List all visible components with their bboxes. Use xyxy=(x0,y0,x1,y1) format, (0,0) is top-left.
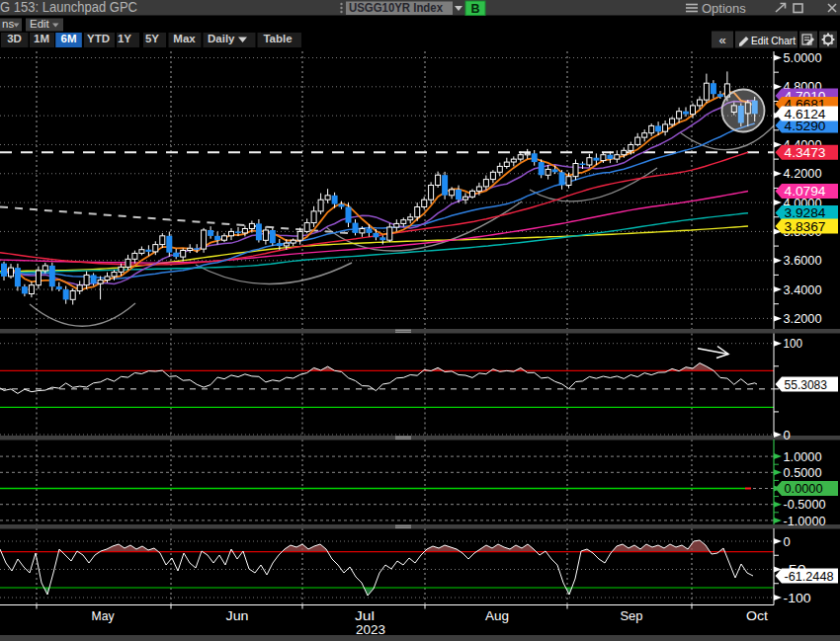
svg-text:«: « xyxy=(718,33,725,47)
svg-text:3.2000: 3.2000 xyxy=(784,311,822,326)
svg-text:Max: Max xyxy=(173,33,196,44)
svg-text:May: May xyxy=(92,608,115,623)
svg-text:Jun: Jun xyxy=(226,608,249,623)
svg-text:0.0000: 0.0000 xyxy=(785,481,823,496)
svg-text:Edit: Edit xyxy=(30,18,50,30)
svg-text:-61.2448: -61.2448 xyxy=(785,569,834,584)
svg-text:55.3083: 55.3083 xyxy=(785,377,828,392)
svg-text:2023: 2023 xyxy=(356,622,385,637)
svg-text:YTD: YTD xyxy=(87,33,110,44)
svg-text:1.0000: 1.0000 xyxy=(784,449,822,464)
svg-text:Edit Chart: Edit Chart xyxy=(751,35,797,46)
svg-text:0: 0 xyxy=(784,428,791,442)
svg-text:4.2000: 4.2000 xyxy=(784,166,822,181)
svg-text:4.0794: 4.0794 xyxy=(785,184,826,199)
svg-text:100: 100 xyxy=(784,336,803,351)
svg-text:0.5000: 0.5000 xyxy=(784,465,822,480)
svg-text:5Y: 5Y xyxy=(145,33,159,44)
svg-text:1M: 1M xyxy=(34,33,49,44)
svg-text:-100: -100 xyxy=(784,591,811,605)
svg-text:B: B xyxy=(470,2,479,16)
svg-text:3.4000: 3.4000 xyxy=(784,282,822,297)
svg-text:4.3473: 4.3473 xyxy=(785,145,826,160)
svg-text:3.6000: 3.6000 xyxy=(784,253,822,268)
svg-text:Jul: Jul xyxy=(355,608,375,623)
svg-text:G 153: Launchpad GPC: G 153: Launchpad GPC xyxy=(0,0,137,15)
svg-text:ns: ns xyxy=(2,18,14,30)
svg-text:Aug: Aug xyxy=(485,608,509,623)
svg-text:4.6124: 4.6124 xyxy=(785,107,826,121)
svg-text:1Y: 1Y xyxy=(118,33,131,44)
svg-text:Sep: Sep xyxy=(621,608,643,623)
svg-text:Options: Options xyxy=(702,1,746,16)
svg-text:Table: Table xyxy=(263,33,292,44)
svg-text:3.8367: 3.8367 xyxy=(785,219,826,234)
svg-text:Oct: Oct xyxy=(746,608,768,623)
svg-text:Daily: Daily xyxy=(208,33,235,44)
svg-text:3D: 3D xyxy=(7,33,22,44)
svg-text:USGG10YR Index: USGG10YR Index xyxy=(349,1,443,15)
svg-text:-1.0000: -1.0000 xyxy=(784,514,826,528)
svg-text:-0.5000: -0.5000 xyxy=(784,497,826,512)
svg-text:0: 0 xyxy=(784,534,791,549)
svg-text:5.0000: 5.0000 xyxy=(784,50,822,65)
svg-text:6M: 6M xyxy=(61,33,77,44)
